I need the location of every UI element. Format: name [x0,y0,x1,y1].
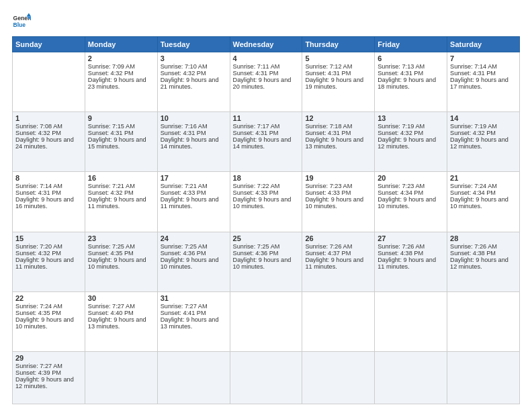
sunset: Sunset: 4:32 PM [378,130,423,136]
sunrise: Sunrise: 7:23 AM [305,183,352,189]
sunset: Sunset: 4:32 PM [161,70,206,77]
daylight-label: Daylight: 9 hours and 11 minutes. [88,196,146,210]
calendar-cell: 22 Sunrise: 7:24 AM Sunset: 4:35 PM Dayl… [13,291,85,351]
sunset: Sunset: 4:31 PM [88,130,134,136]
sunrise: Sunrise: 7:19 AM [450,123,497,130]
sunset: Sunset: 4:38 PM [450,250,496,257]
daylight-label: Daylight: 9 hours and 14 minutes. [233,136,292,150]
day-number: 31 [161,294,227,302]
sunset: Sunset: 4:36 PM [233,250,279,257]
daylight-label: Daylight: 9 hours and 12 minutes. [15,376,74,390]
col-header-saturday: Saturday [447,37,520,52]
sunset: Sunset: 4:37 PM [305,250,351,257]
sunset: Sunset: 4:31 PM [233,70,279,77]
day-number: 28 [450,234,517,242]
sunrise: Sunrise: 7:14 AM [450,63,497,70]
sunrise: Sunrise: 7:26 AM [305,243,352,250]
sunset: Sunset: 4:32 PM [450,130,496,136]
calendar-cell: 12 Sunrise: 7:18 AM Sunset: 4:31 PM Dayl… [302,112,375,172]
day-number: 4 [233,54,300,62]
col-header-friday: Friday [375,37,447,52]
calendar-cell: 25 Sunrise: 7:25 AM Sunset: 4:36 PM Dayl… [230,232,302,291]
calendar-cell: 5 Sunrise: 7:12 AM Sunset: 4:31 PM Dayli… [302,52,375,112]
day-number: 3 [161,54,227,62]
daylight-label: Daylight: 9 hours and 10 minutes. [233,257,292,270]
day-number: 9 [88,114,154,122]
sunset: Sunset: 4:38 PM [378,250,423,257]
calendar-cell: 11 Sunrise: 7:17 AM Sunset: 4:31 PM Dayl… [230,112,302,172]
page: General Blue SundayMondayTuesdayWednesda… [0,0,532,411]
sunrise: Sunrise: 7:14 AM [15,183,62,189]
day-number: 26 [305,234,371,242]
col-header-thursday: Thursday [302,37,375,52]
day-number: 5 [305,54,371,62]
day-number: 21 [450,174,517,182]
sunset: Sunset: 4:31 PM [161,130,206,136]
sunset: Sunset: 4:32 PM [88,189,134,196]
daylight-label: Daylight: 9 hours and 10 minutes. [161,257,219,270]
daylight-label: Daylight: 9 hours and 20 minutes. [233,77,292,90]
logo-icon: General Blue [12,12,31,31]
sunrise: Sunrise: 7:21 AM [161,183,208,189]
calendar-cell: 30 Sunrise: 7:27 AM Sunset: 4:40 PM Dayl… [85,291,157,351]
day-number: 25 [233,234,300,242]
sunrise: Sunrise: 7:25 AM [88,243,135,250]
sunset: Sunset: 4:31 PM [305,130,351,136]
daylight-label: Daylight: 9 hours and 15 minutes. [88,136,146,150]
daylight-label: Daylight: 9 hours and 10 minutes. [450,196,508,210]
sunrise: Sunrise: 7:27 AM [15,363,62,369]
calendar-cell [230,351,302,404]
daylight-label: Daylight: 9 hours and 24 minutes. [15,136,74,150]
day-number: 8 [15,174,82,182]
day-number: 30 [88,294,154,302]
daylight-label: Daylight: 9 hours and 10 minutes. [378,196,436,210]
sunrise: Sunrise: 7:22 AM [233,183,280,189]
calendar-cell: 15 Sunrise: 7:20 AM Sunset: 4:32 PM Dayl… [13,232,85,291]
day-number: 15 [15,234,82,242]
calendar-cell: 27 Sunrise: 7:26 AM Sunset: 4:38 PM Dayl… [375,232,447,291]
calendar-cell: 31 Sunrise: 7:27 AM Sunset: 4:41 PM Dayl… [157,291,230,351]
sunset: Sunset: 4:40 PM [88,310,134,316]
col-header-monday: Monday [85,37,157,52]
sunrise: Sunrise: 7:27 AM [88,303,135,310]
sunrise: Sunrise: 7:13 AM [378,63,425,70]
daylight-label: Daylight: 9 hours and 10 minutes. [305,196,363,210]
calendar-cell [302,351,375,404]
calendar-cell: 13 Sunrise: 7:19 AM Sunset: 4:32 PM Dayl… [375,112,447,172]
sunset: Sunset: 4:39 PM [15,369,61,376]
day-number: 12 [305,114,371,122]
calendar-cell: 20 Sunrise: 7:23 AM Sunset: 4:34 PM Dayl… [375,172,447,232]
calendar-cell: 28 Sunrise: 7:26 AM Sunset: 4:38 PM Dayl… [447,232,520,291]
calendar-cell: 26 Sunrise: 7:26 AM Sunset: 4:37 PM Dayl… [302,232,375,291]
calendar-cell: 10 Sunrise: 7:16 AM Sunset: 4:31 PM Dayl… [157,112,230,172]
daylight-label: Daylight: 9 hours and 14 minutes. [161,136,219,150]
svg-text:Blue: Blue [13,21,26,28]
daylight-label: Daylight: 9 hours and 10 minutes. [88,257,146,270]
day-number: 13 [378,114,444,122]
sunrise: Sunrise: 7:24 AM [450,183,497,189]
day-number: 19 [305,174,371,182]
daylight-label: Daylight: 9 hours and 11 minutes. [161,196,219,210]
daylight-label: Daylight: 9 hours and 12 minutes. [450,136,508,150]
day-number: 20 [378,174,444,182]
sunrise: Sunrise: 7:18 AM [305,123,352,130]
daylight-label: Daylight: 9 hours and 17 minutes. [450,77,508,90]
sunset: Sunset: 4:35 PM [15,310,61,316]
sunrise: Sunrise: 7:15 AM [88,123,135,130]
sunset: Sunset: 4:31 PM [233,130,279,136]
daylight-label: Daylight: 9 hours and 11 minutes. [15,257,74,270]
calendar-cell: 29 Sunrise: 7:27 AM Sunset: 4:39 PM Dayl… [13,351,85,404]
daylight-label: Daylight: 9 hours and 13 minutes. [161,316,219,330]
calendar-cell: 19 Sunrise: 7:23 AM Sunset: 4:33 PM Dayl… [302,172,375,232]
calendar-cell [85,351,157,404]
sunset: Sunset: 4:34 PM [450,189,496,196]
daylight-label: Daylight: 9 hours and 10 minutes. [15,316,74,330]
sunrise: Sunrise: 7:23 AM [378,183,425,189]
calendar-cell: 8 Sunrise: 7:14 AM Sunset: 4:31 PM Dayli… [13,172,85,232]
header: General Blue [12,12,520,31]
sunset: Sunset: 4:34 PM [378,189,423,196]
day-number: 18 [233,174,300,182]
calendar-cell: 18 Sunrise: 7:22 AM Sunset: 4:33 PM Dayl… [230,172,302,232]
day-number: 23 [88,234,154,242]
calendar-cell: 23 Sunrise: 7:25 AM Sunset: 4:35 PM Dayl… [85,232,157,291]
